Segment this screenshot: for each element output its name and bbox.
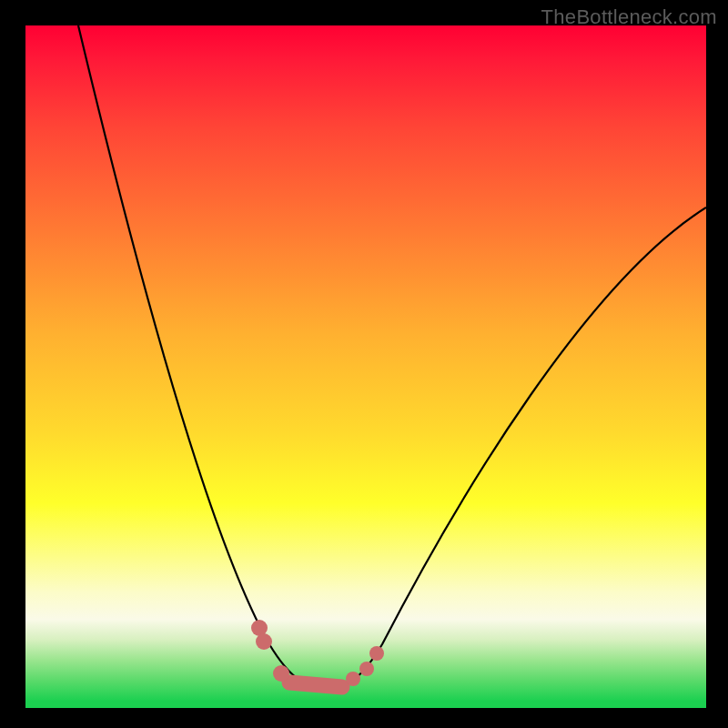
marker-1 <box>256 633 272 650</box>
marker-4 <box>359 662 374 676</box>
bottleneck-curve <box>78 25 706 688</box>
marker-2 <box>273 665 289 682</box>
marker-3 <box>346 672 360 686</box>
watermark: TheBottleneck.com <box>541 5 717 29</box>
chart-svg <box>25 25 706 708</box>
optimal-segment <box>289 682 342 687</box>
chart-area <box>25 25 706 708</box>
marker-5 <box>369 646 384 661</box>
